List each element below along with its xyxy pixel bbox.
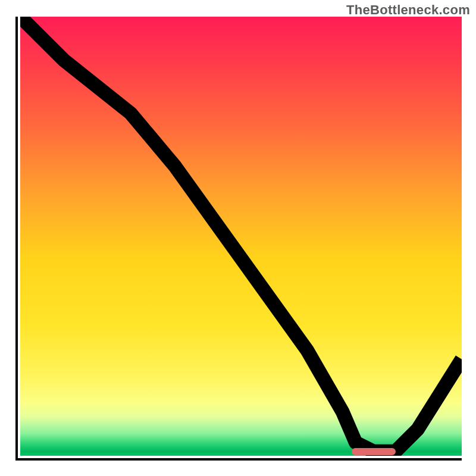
axes (15, 17, 462, 461)
bottleneck-curve (20, 17, 462, 452)
watermark-text: TheBottleneck.com (346, 2, 470, 18)
optimal-marker (352, 448, 396, 455)
chart-frame: TheBottleneck.com (0, 0, 476, 476)
plot-area (20, 17, 462, 456)
curve-svg (20, 17, 462, 456)
